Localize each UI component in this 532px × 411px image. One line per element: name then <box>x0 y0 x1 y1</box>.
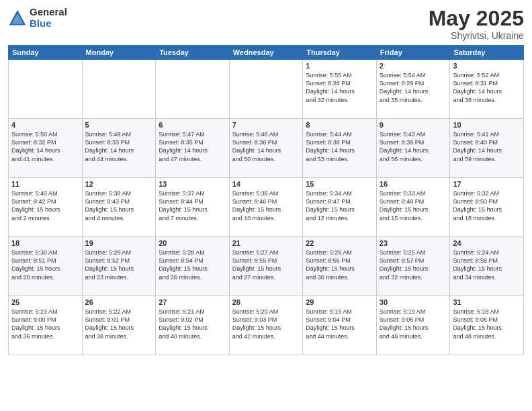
day-number: 9 <box>380 121 447 129</box>
day-cell: 28Sunrise: 5:20 AM Sunset: 9:03 PM Dayli… <box>229 296 303 355</box>
day-info: Sunrise: 5:38 AM Sunset: 8:43 PM Dayligh… <box>85 189 153 222</box>
day-number: 12 <box>85 180 153 188</box>
logo-blue: Blue <box>30 18 67 30</box>
week-row-4: 18Sunrise: 5:30 AM Sunset: 8:51 PM Dayli… <box>9 237 524 296</box>
day-number: 13 <box>159 180 226 188</box>
day-info: Sunrise: 5:50 AM Sunset: 8:32 PM Dayligh… <box>11 130 79 163</box>
header-row: Sunday Monday Tuesday Wednesday Thursday… <box>9 46 524 60</box>
day-info: Sunrise: 5:52 AM Sunset: 8:31 PM Dayligh… <box>453 71 521 104</box>
day-number: 1 <box>306 62 373 70</box>
title-month: May 2025 <box>429 7 524 30</box>
day-cell: 29Sunrise: 5:19 AM Sunset: 9:04 PM Dayli… <box>303 296 377 355</box>
day-cell: 5Sunrise: 5:49 AM Sunset: 8:33 PM Daylig… <box>82 119 156 178</box>
day-info: Sunrise: 5:54 AM Sunset: 8:29 PM Dayligh… <box>380 71 447 104</box>
col-thursday: Thursday <box>303 46 377 60</box>
day-cell: 31Sunrise: 5:18 AM Sunset: 9:06 PM Dayli… <box>450 296 524 355</box>
day-cell: 30Sunrise: 5:19 AM Sunset: 9:05 PM Dayli… <box>376 296 450 355</box>
day-cell: 1Sunrise: 5:55 AM Sunset: 8:28 PM Daylig… <box>303 60 377 119</box>
day-number: 22 <box>306 239 373 247</box>
day-number: 16 <box>380 180 447 188</box>
day-info: Sunrise: 5:27 AM Sunset: 8:55 PM Dayligh… <box>232 248 300 281</box>
day-number: 4 <box>11 121 79 129</box>
day-cell: 15Sunrise: 5:34 AM Sunset: 8:47 PM Dayli… <box>303 178 377 237</box>
day-number: 7 <box>232 121 300 129</box>
day-info: Sunrise: 5:47 AM Sunset: 8:35 PM Dayligh… <box>159 130 226 163</box>
col-saturday: Saturday <box>450 46 524 60</box>
day-number: 15 <box>306 180 373 188</box>
day-cell: 8Sunrise: 5:44 AM Sunset: 8:38 PM Daylig… <box>303 119 377 178</box>
day-number: 30 <box>380 298 447 306</box>
day-number: 20 <box>159 239 226 247</box>
day-cell: 10Sunrise: 5:41 AM Sunset: 8:40 PM Dayli… <box>450 119 524 178</box>
day-info: Sunrise: 5:36 AM Sunset: 8:46 PM Dayligh… <box>232 189 300 222</box>
day-cell: 24Sunrise: 5:24 AM Sunset: 8:58 PM Dayli… <box>450 237 524 296</box>
day-cell: 19Sunrise: 5:29 AM Sunset: 8:52 PM Dayli… <box>82 237 156 296</box>
day-number: 23 <box>380 239 447 247</box>
calendar-table: Sunday Monday Tuesday Wednesday Thursday… <box>8 45 524 355</box>
day-number: 10 <box>453 121 521 129</box>
day-cell: 18Sunrise: 5:30 AM Sunset: 8:51 PM Dayli… <box>9 237 83 296</box>
day-info: Sunrise: 5:22 AM Sunset: 9:01 PM Dayligh… <box>85 308 153 340</box>
day-number: 11 <box>11 180 79 188</box>
day-number: 5 <box>85 121 153 129</box>
week-row-1: 1Sunrise: 5:55 AM Sunset: 8:28 PM Daylig… <box>9 60 524 119</box>
day-number: 6 <box>159 121 226 129</box>
day-cell: 4Sunrise: 5:50 AM Sunset: 8:32 PM Daylig… <box>9 119 83 178</box>
day-info: Sunrise: 5:37 AM Sunset: 8:44 PM Dayligh… <box>159 189 226 222</box>
day-info: Sunrise: 5:19 AM Sunset: 9:04 PM Dayligh… <box>306 308 373 340</box>
day-number: 17 <box>453 180 521 188</box>
day-info: Sunrise: 5:18 AM Sunset: 9:06 PM Dayligh… <box>453 308 521 340</box>
page: General Blue May 2025 Shyrivtsi, Ukraine… <box>0 0 532 411</box>
col-sunday: Sunday <box>9 46 83 60</box>
day-number: 19 <box>85 239 153 247</box>
day-info: Sunrise: 5:28 AM Sunset: 8:54 PM Dayligh… <box>159 248 226 281</box>
day-info: Sunrise: 5:23 AM Sunset: 9:00 PM Dayligh… <box>11 308 79 340</box>
logo-general: General <box>30 7 67 18</box>
logo: General Blue <box>8 7 67 29</box>
day-info: Sunrise: 5:33 AM Sunset: 8:48 PM Dayligh… <box>380 189 447 222</box>
day-number: 14 <box>232 180 300 188</box>
day-cell: 26Sunrise: 5:22 AM Sunset: 9:01 PM Dayli… <box>82 296 156 355</box>
day-cell: 14Sunrise: 5:36 AM Sunset: 8:46 PM Dayli… <box>229 178 303 237</box>
day-cell: 9Sunrise: 5:43 AM Sunset: 8:39 PM Daylig… <box>376 119 450 178</box>
day-number: 31 <box>453 298 521 306</box>
day-number: 29 <box>306 298 373 306</box>
day-number: 8 <box>306 121 373 129</box>
day-cell: 16Sunrise: 5:33 AM Sunset: 8:48 PM Dayli… <box>376 178 450 237</box>
day-cell: 21Sunrise: 5:27 AM Sunset: 8:55 PM Dayli… <box>229 237 303 296</box>
day-info: Sunrise: 5:21 AM Sunset: 9:02 PM Dayligh… <box>159 308 226 340</box>
header: General Blue May 2025 Shyrivtsi, Ukraine <box>8 7 524 41</box>
title-block: May 2025 Shyrivtsi, Ukraine <box>429 7 524 41</box>
day-info: Sunrise: 5:25 AM Sunset: 8:57 PM Dayligh… <box>380 248 447 281</box>
day-cell: 23Sunrise: 5:25 AM Sunset: 8:57 PM Dayli… <box>376 237 450 296</box>
day-number: 3 <box>453 62 521 70</box>
day-number: 25 <box>11 298 79 306</box>
day-info: Sunrise: 5:43 AM Sunset: 8:39 PM Dayligh… <box>380 130 447 163</box>
day-info: Sunrise: 5:19 AM Sunset: 9:05 PM Dayligh… <box>380 308 447 340</box>
week-row-3: 11Sunrise: 5:40 AM Sunset: 8:42 PM Dayli… <box>9 178 524 237</box>
day-cell <box>156 60 230 119</box>
day-info: Sunrise: 5:49 AM Sunset: 8:33 PM Dayligh… <box>85 130 153 163</box>
logo-icon <box>8 9 27 28</box>
day-info: Sunrise: 5:40 AM Sunset: 8:42 PM Dayligh… <box>11 189 79 222</box>
day-info: Sunrise: 5:30 AM Sunset: 8:51 PM Dayligh… <box>11 248 79 281</box>
day-info: Sunrise: 5:44 AM Sunset: 8:38 PM Dayligh… <box>306 130 373 163</box>
day-cell: 22Sunrise: 5:26 AM Sunset: 8:56 PM Dayli… <box>303 237 377 296</box>
day-info: Sunrise: 5:32 AM Sunset: 8:50 PM Dayligh… <box>453 189 521 222</box>
day-info: Sunrise: 5:29 AM Sunset: 8:52 PM Dayligh… <box>85 248 153 281</box>
day-number: 2 <box>380 62 447 70</box>
day-number: 18 <box>11 239 79 247</box>
day-cell: 3Sunrise: 5:52 AM Sunset: 8:31 PM Daylig… <box>450 60 524 119</box>
day-number: 26 <box>85 298 153 306</box>
day-cell: 11Sunrise: 5:40 AM Sunset: 8:42 PM Dayli… <box>9 178 83 237</box>
day-cell <box>82 60 156 119</box>
day-info: Sunrise: 5:46 AM Sunset: 8:36 PM Dayligh… <box>232 130 300 163</box>
day-number: 24 <box>453 239 521 247</box>
day-cell: 20Sunrise: 5:28 AM Sunset: 8:54 PM Dayli… <box>156 237 230 296</box>
day-number: 21 <box>232 239 300 247</box>
day-number: 27 <box>159 298 226 306</box>
day-cell: 27Sunrise: 5:21 AM Sunset: 9:02 PM Dayli… <box>156 296 230 355</box>
day-info: Sunrise: 5:24 AM Sunset: 8:58 PM Dayligh… <box>453 248 521 281</box>
day-info: Sunrise: 5:34 AM Sunset: 8:47 PM Dayligh… <box>306 189 373 222</box>
day-info: Sunrise: 5:26 AM Sunset: 8:56 PM Dayligh… <box>306 248 373 281</box>
